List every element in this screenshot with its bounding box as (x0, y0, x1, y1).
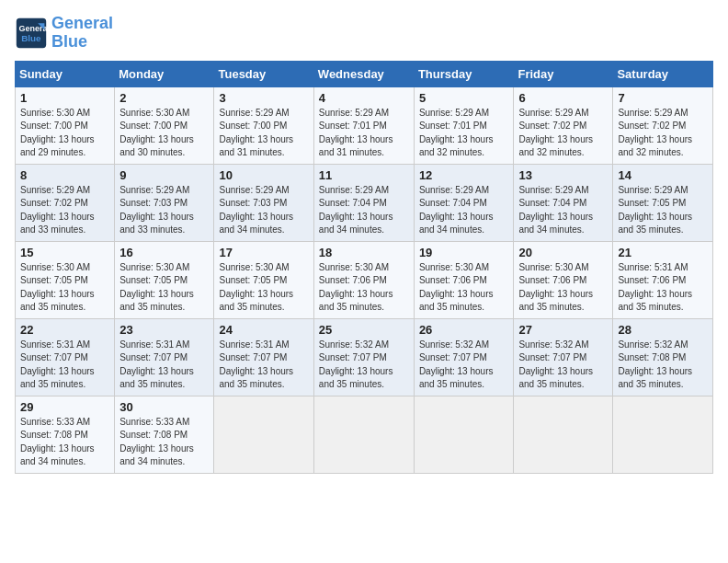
header-row: SundayMondayTuesdayWednesdayThursdayFrid… (16, 61, 713, 86)
day-info: Sunrise: 5:29 AM Sunset: 7:02 PM Dayligh… (20, 184, 109, 237)
week-row-5: 29Sunrise: 5:33 AM Sunset: 7:08 PM Dayli… (16, 396, 713, 473)
day-number: 8 (20, 168, 109, 182)
day-info: Sunrise: 5:31 AM Sunset: 7:06 PM Dayligh… (618, 261, 708, 315)
day-number: 19 (419, 246, 509, 259)
day-cell: 15Sunrise: 5:30 AM Sunset: 7:05 PM Dayli… (16, 241, 115, 318)
day-number: 24 (219, 323, 308, 337)
day-info: Sunrise: 5:31 AM Sunset: 7:07 PM Dayligh… (119, 339, 209, 392)
day-cell (613, 396, 713, 473)
day-cell: 12Sunrise: 5:29 AM Sunset: 7:04 PM Dayli… (414, 164, 514, 241)
col-header-friday: Friday (514, 61, 613, 86)
day-number: 2 (119, 91, 209, 105)
day-cell: 27Sunrise: 5:32 AM Sunset: 7:07 PM Dayli… (514, 318, 613, 396)
day-cell: 1Sunrise: 5:30 AM Sunset: 7:00 PM Daylig… (16, 86, 115, 164)
day-info: Sunrise: 5:29 AM Sunset: 7:02 PM Dayligh… (618, 107, 708, 160)
col-header-sunday: Sunday (16, 61, 115, 86)
logo-icon: General Blue (15, 17, 48, 50)
day-number: 1 (20, 91, 109, 105)
day-cell: 9Sunrise: 5:29 AM Sunset: 7:03 PM Daylig… (115, 164, 214, 241)
day-number: 22 (20, 323, 109, 337)
col-header-wednesday: Wednesday (313, 61, 414, 86)
day-cell: 13Sunrise: 5:29 AM Sunset: 7:04 PM Dayli… (514, 164, 613, 241)
day-cell: 20Sunrise: 5:30 AM Sunset: 7:06 PM Dayli… (514, 241, 613, 318)
day-cell: 21Sunrise: 5:31 AM Sunset: 7:06 PM Dayli… (613, 241, 713, 318)
day-number: 21 (618, 246, 708, 259)
day-cell: 6Sunrise: 5:29 AM Sunset: 7:02 PM Daylig… (514, 86, 613, 164)
day-info: Sunrise: 5:31 AM Sunset: 7:07 PM Dayligh… (219, 339, 308, 392)
svg-text:Blue: Blue (21, 33, 41, 43)
day-info: Sunrise: 5:32 AM Sunset: 7:07 PM Dayligh… (518, 339, 608, 392)
col-header-thursday: Thursday (414, 61, 514, 86)
day-info: Sunrise: 5:29 AM Sunset: 7:04 PM Dayligh… (419, 184, 509, 237)
day-number: 20 (518, 246, 608, 259)
day-cell: 26Sunrise: 5:32 AM Sunset: 7:07 PM Dayli… (414, 318, 514, 396)
day-info: Sunrise: 5:29 AM Sunset: 7:04 PM Dayligh… (319, 184, 409, 237)
day-number: 27 (518, 323, 608, 337)
day-cell: 10Sunrise: 5:29 AM Sunset: 7:03 PM Dayli… (214, 164, 313, 241)
header: General Blue General Blue (15, 15, 713, 52)
week-row-4: 22Sunrise: 5:31 AM Sunset: 7:07 PM Dayli… (16, 318, 713, 396)
day-info: Sunrise: 5:29 AM Sunset: 7:04 PM Dayligh… (518, 184, 608, 237)
day-cell: 8Sunrise: 5:29 AM Sunset: 7:02 PM Daylig… (16, 164, 115, 241)
day-cell (514, 396, 613, 473)
day-number: 25 (319, 323, 409, 337)
day-cell: 28Sunrise: 5:32 AM Sunset: 7:08 PM Dayli… (613, 318, 713, 396)
day-number: 16 (119, 246, 209, 259)
day-cell: 14Sunrise: 5:29 AM Sunset: 7:05 PM Dayli… (613, 164, 713, 241)
day-cell: 5Sunrise: 5:29 AM Sunset: 7:01 PM Daylig… (414, 86, 514, 164)
day-cell: 19Sunrise: 5:30 AM Sunset: 7:06 PM Dayli… (414, 241, 514, 318)
col-header-tuesday: Tuesday (214, 61, 313, 86)
day-number: 30 (119, 400, 209, 414)
day-info: Sunrise: 5:32 AM Sunset: 7:07 PM Dayligh… (419, 339, 509, 392)
day-cell: 24Sunrise: 5:31 AM Sunset: 7:07 PM Dayli… (214, 318, 313, 396)
day-info: Sunrise: 5:30 AM Sunset: 7:05 PM Dayligh… (219, 261, 308, 315)
day-info: Sunrise: 5:30 AM Sunset: 7:00 PM Dayligh… (20, 107, 109, 160)
day-cell: 16Sunrise: 5:30 AM Sunset: 7:05 PM Dayli… (115, 241, 214, 318)
day-number: 15 (20, 246, 109, 259)
day-cell: 22Sunrise: 5:31 AM Sunset: 7:07 PM Dayli… (16, 318, 115, 396)
day-number: 14 (618, 168, 708, 182)
day-number: 17 (219, 246, 308, 259)
day-number: 7 (618, 91, 708, 105)
day-info: Sunrise: 5:29 AM Sunset: 7:01 PM Dayligh… (419, 107, 509, 160)
day-info: Sunrise: 5:31 AM Sunset: 7:07 PM Dayligh… (20, 339, 109, 392)
day-number: 9 (119, 168, 209, 182)
day-number: 26 (419, 323, 509, 337)
day-info: Sunrise: 5:29 AM Sunset: 7:01 PM Dayligh… (319, 107, 409, 160)
day-cell: 17Sunrise: 5:30 AM Sunset: 7:05 PM Dayli… (214, 241, 313, 318)
day-info: Sunrise: 5:29 AM Sunset: 7:03 PM Dayligh… (219, 184, 308, 237)
day-cell: 29Sunrise: 5:33 AM Sunset: 7:08 PM Dayli… (16, 396, 115, 473)
day-number: 11 (319, 168, 409, 182)
week-row-1: 1Sunrise: 5:30 AM Sunset: 7:00 PM Daylig… (16, 86, 713, 164)
col-header-saturday: Saturday (613, 61, 713, 86)
day-cell: 11Sunrise: 5:29 AM Sunset: 7:04 PM Dayli… (313, 164, 414, 241)
day-cell: 2Sunrise: 5:30 AM Sunset: 7:00 PM Daylig… (115, 86, 214, 164)
day-info: Sunrise: 5:29 AM Sunset: 7:00 PM Dayligh… (219, 107, 308, 160)
day-info: Sunrise: 5:33 AM Sunset: 7:08 PM Dayligh… (20, 416, 109, 469)
day-number: 12 (419, 168, 509, 182)
day-number: 28 (618, 323, 708, 337)
day-info: Sunrise: 5:33 AM Sunset: 7:08 PM Dayligh… (119, 416, 209, 469)
day-number: 13 (518, 168, 608, 182)
day-number: 23 (119, 323, 209, 337)
day-number: 18 (319, 246, 409, 259)
day-number: 5 (419, 91, 509, 105)
logo: General Blue General Blue (15, 15, 113, 52)
day-cell: 23Sunrise: 5:31 AM Sunset: 7:07 PM Dayli… (115, 318, 214, 396)
col-header-monday: Monday (115, 61, 214, 86)
day-number: 4 (319, 91, 409, 105)
day-cell (313, 396, 414, 473)
day-info: Sunrise: 5:29 AM Sunset: 7:02 PM Dayligh… (518, 107, 608, 160)
calendar-table: SundayMondayTuesdayWednesdayThursdayFrid… (15, 61, 713, 474)
day-cell: 18Sunrise: 5:30 AM Sunset: 7:06 PM Dayli… (313, 241, 414, 318)
day-info: Sunrise: 5:30 AM Sunset: 7:06 PM Dayligh… (319, 261, 409, 315)
day-number: 29 (20, 400, 109, 414)
day-cell: 4Sunrise: 5:29 AM Sunset: 7:01 PM Daylig… (313, 86, 414, 164)
day-cell: 25Sunrise: 5:32 AM Sunset: 7:07 PM Dayli… (313, 318, 414, 396)
day-info: Sunrise: 5:32 AM Sunset: 7:07 PM Dayligh… (319, 339, 409, 392)
day-info: Sunrise: 5:29 AM Sunset: 7:03 PM Dayligh… (119, 184, 209, 237)
day-info: Sunrise: 5:32 AM Sunset: 7:08 PM Dayligh… (618, 339, 708, 392)
day-number: 10 (219, 168, 308, 182)
week-row-2: 8Sunrise: 5:29 AM Sunset: 7:02 PM Daylig… (16, 164, 713, 241)
day-cell: 30Sunrise: 5:33 AM Sunset: 7:08 PM Dayli… (115, 396, 214, 473)
